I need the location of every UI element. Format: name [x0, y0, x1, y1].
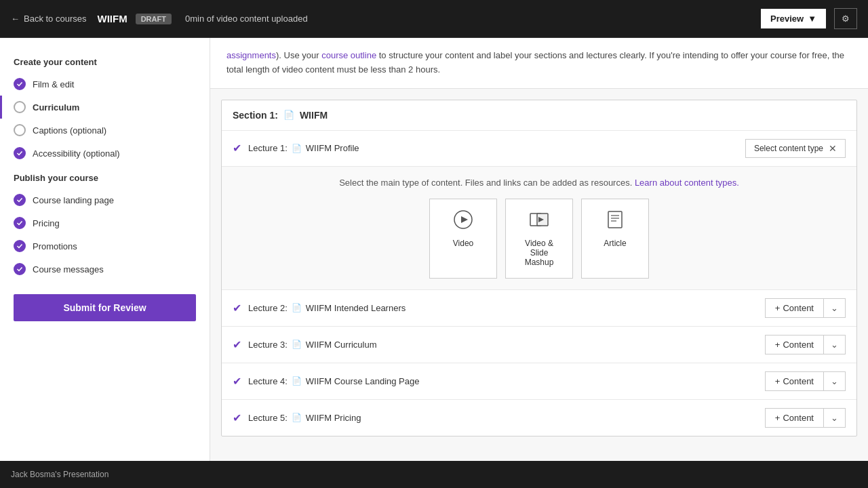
lecture-doc-icon-1: 📄: [292, 144, 302, 153]
lecture-check-1: ✔: [233, 142, 241, 155]
lecture-row-3: ✔ Lecture 3: 📄 WIIFM Curriculum + Conten…: [222, 327, 856, 363]
course-outline-link[interactable]: course outline: [321, 50, 376, 60]
select-content-desc: Select the main type of content. Files a…: [233, 178, 846, 188]
article-label: Article: [604, 239, 626, 248]
plus-icon-2: +: [775, 303, 781, 313]
lecture-header-1: ✔ Lecture 1: 📄 WIIFM Profile Select cont…: [222, 131, 856, 166]
footer-presentation-label: Jack Bosma's Presentation: [11, 470, 108, 479]
footer: Jack Bosma's Presentation: [0, 461, 868, 488]
lecture-doc-icon-2: 📄: [292, 303, 302, 312]
add-content-button-4[interactable]: + Content: [765, 371, 824, 391]
lecture-header-2: ✔ Lecture 2: 📄 WIIFM Intended Learners +…: [222, 290, 856, 326]
sidebar-item-course-landing[interactable]: Course landing page: [0, 188, 210, 211]
sidebar-item-captions[interactable]: Captions (optional): [0, 119, 210, 142]
expand-button-3[interactable]: ⌄: [824, 335, 846, 354]
lecture-header-5: ✔ Lecture 5: 📄 WIIFM Pricing + Content ⌄: [222, 400, 856, 436]
select-content-panel: Select the main type of content. Files a…: [222, 166, 856, 289]
content-label-2: Content: [783, 303, 814, 313]
sidebar-item-accessibility[interactable]: Accessibility (optional): [0, 142, 210, 165]
preview-button[interactable]: Preview ▼: [761, 9, 826, 28]
lecture-name-1: WIIFM Profile: [306, 143, 359, 153]
content-label-4: Content: [783, 376, 814, 386]
video-slide-label: Video & Slide Mashup: [519, 239, 559, 267]
assignments-link[interactable]: assignments: [226, 50, 276, 60]
learn-content-types-link[interactable]: Learn about content types.: [635, 178, 739, 188]
section-title: WIIFM: [300, 110, 328, 121]
lecture-row-1: ✔ Lecture 1: 📄 WIIFM Profile Select cont…: [222, 131, 856, 290]
info-banner: assignments). Use your course outline to…: [210, 38, 868, 89]
sidebar-item-film-edit[interactable]: Film & edit: [0, 73, 210, 96]
lecture-title-2: Lecture 2: 📄 WIIFM Intended Learners: [248, 303, 758, 313]
select-content-text: Select content type: [754, 144, 823, 153]
video-icon: [454, 210, 473, 233]
sidebar-item-promotions[interactable]: Promotions: [0, 235, 210, 258]
upload-status: 0min of video content uploaded: [185, 14, 308, 24]
add-content-button-5[interactable]: + Content: [765, 408, 824, 428]
sidebar-label-course-messages: Course messages: [33, 264, 104, 274]
sidebar-label-film-edit: Film & edit: [33, 79, 74, 89]
topbar: ← Back to courses WIIFM DRAFT 0min of vi…: [0, 0, 868, 38]
sidebar-item-pricing[interactable]: Pricing: [0, 211, 210, 235]
check-icon-accessibility: [14, 147, 26, 159]
lecture-title-5: Lecture 5: 📄 WIIFM Pricing: [248, 413, 758, 423]
lecture-name-5: WIIFM Pricing: [306, 413, 361, 423]
lecture-actions-3: + Content ⌄: [765, 335, 846, 354]
plus-icon-5: +: [775, 413, 781, 423]
content-type-video[interactable]: Video: [429, 199, 497, 279]
video-label: Video: [453, 239, 473, 248]
expand-button-2[interactable]: ⌄: [824, 298, 846, 318]
empty-circle-captions: [14, 124, 26, 136]
lecture-number-2: Lecture 2:: [248, 303, 288, 313]
lecture-row-4: ✔ Lecture 4: 📄 WIIFM Course Landing Page…: [222, 363, 856, 400]
lecture-actions-5: + Content ⌄: [765, 408, 846, 428]
lecture-number-4: Lecture 4:: [248, 376, 288, 386]
lecture-header-4: ✔ Lecture 4: 📄 WIIFM Course Landing Page…: [222, 363, 856, 399]
sidebar-label-accessibility: Accessibility (optional): [33, 148, 120, 159]
lecture-doc-icon-3: 📄: [292, 340, 302, 349]
expand-button-4[interactable]: ⌄: [824, 371, 846, 391]
lecture-number-5: Lecture 5:: [248, 413, 288, 423]
back-arrow-icon: ←: [11, 14, 20, 24]
close-select-content-button[interactable]: ✕: [829, 143, 837, 154]
draft-badge: DRAFT: [136, 14, 172, 24]
check-icon-course-landing: [14, 194, 26, 206]
lecture-row-2: ✔ Lecture 2: 📄 WIIFM Intended Learners +…: [222, 290, 856, 327]
course-title: WIIFM: [98, 13, 127, 24]
content-label-5: Content: [783, 413, 814, 423]
check-icon-promotions: [14, 240, 26, 252]
lecture-header-3: ✔ Lecture 3: 📄 WIIFM Curriculum + Conten…: [222, 327, 856, 363]
svg-marker-1: [461, 216, 468, 223]
back-to-courses-button[interactable]: ← Back to courses: [11, 14, 87, 24]
check-icon-pricing: [14, 217, 26, 229]
create-section-title: Create your content: [0, 49, 210, 73]
expand-button-5[interactable]: ⌄: [824, 408, 846, 428]
sidebar-item-course-messages[interactable]: Course messages: [0, 258, 210, 281]
lecture-check-5: ✔: [233, 411, 241, 424]
content-area: assignments). Use your course outline to…: [210, 38, 868, 461]
lecture-name-3: WIIFM Curriculum: [306, 340, 377, 350]
submit-for-review-button[interactable]: Submit for Review: [14, 294, 196, 321]
sidebar-item-curriculum[interactable]: Curriculum: [0, 96, 210, 119]
content-type-video-slide[interactable]: Video & Slide Mashup: [505, 199, 573, 279]
settings-button[interactable]: ⚙: [834, 8, 857, 29]
plus-icon-4: +: [775, 376, 781, 386]
preview-chevron-icon: ▼: [808, 14, 816, 24]
main-layout: Create your content Film & edit Curricul…: [0, 38, 868, 461]
sidebar-label-curriculum: Curriculum: [33, 102, 79, 113]
preview-label: Preview: [770, 14, 804, 24]
content-type-article[interactable]: Article: [581, 199, 649, 279]
lecture-row-5: ✔ Lecture 5: 📄 WIIFM Pricing + Content ⌄: [222, 400, 856, 436]
add-content-button-3[interactable]: + Content: [765, 335, 824, 354]
back-label: Back to courses: [24, 14, 87, 24]
add-content-button-2[interactable]: + Content: [765, 298, 824, 318]
lecture-doc-icon-5: 📄: [292, 413, 302, 422]
lecture-check-3: ✔: [233, 338, 241, 351]
sidebar-label-course-landing: Course landing page: [33, 195, 114, 205]
sidebar-label-captions: Captions (optional): [33, 125, 106, 136]
article-icon: [606, 210, 625, 233]
lecture-number-3: Lecture 3:: [248, 340, 288, 350]
sidebar-label-pricing: Pricing: [33, 218, 60, 228]
lecture-name-2: WIIFM Intended Learners: [306, 303, 406, 313]
gear-icon: ⚙: [842, 14, 850, 24]
sidebar-label-promotions: Promotions: [33, 241, 77, 251]
